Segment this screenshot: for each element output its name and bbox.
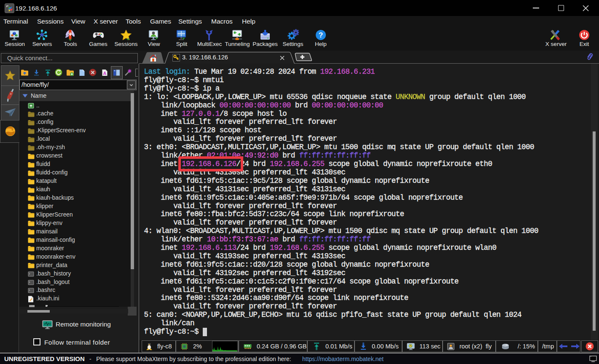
svg-text:?: ?: [319, 31, 323, 39]
svg-text:A: A: [103, 70, 106, 75]
